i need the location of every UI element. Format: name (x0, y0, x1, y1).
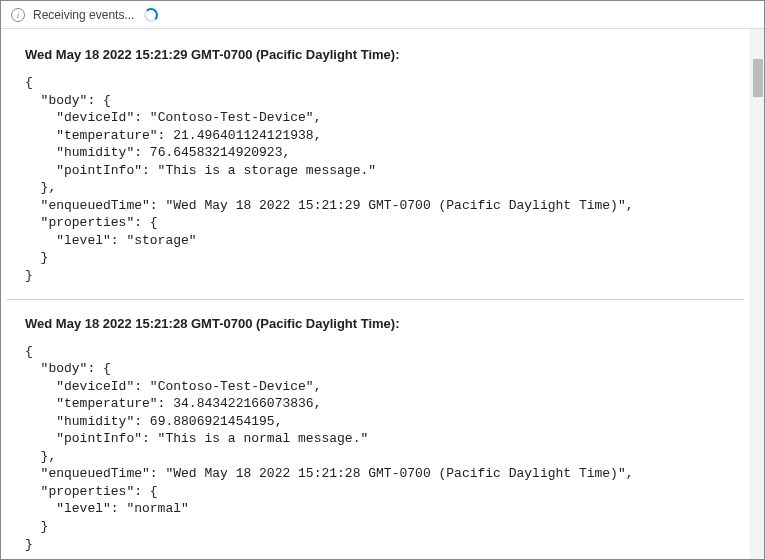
event-timestamp-header: Wed May 18 2022 15:21:28 GMT-0700 (Pacif… (25, 316, 726, 331)
payload-enqueuedtime: Wed May 18 2022 15:21:29 GMT-0700 (Pacif… (173, 198, 618, 213)
event-timestamp-header: Wed May 18 2022 15:21:29 GMT-0700 (Pacif… (25, 47, 726, 62)
payload-deviceid: Contoso-Test-Device (158, 379, 306, 394)
payload-pointinfo: This is a storage message. (165, 163, 368, 178)
event-payload: { "body": { "deviceId": "Contoso-Test-De… (25, 343, 726, 554)
payload-humidity: 69.8806921454195 (150, 414, 275, 429)
info-icon: i (11, 8, 25, 22)
vertical-scrollbar[interactable] (750, 29, 764, 559)
payload-pointinfo: This is a normal message. (165, 431, 360, 446)
payload-temperature: 21.496401124121938 (173, 128, 313, 143)
payload-level: normal (134, 501, 181, 516)
payload-humidity: 76.64583214920923 (150, 145, 283, 160)
content-body: Wed May 18 2022 15:21:29 GMT-0700 (Pacif… (1, 29, 764, 559)
payload-deviceid: Contoso-Test-Device (158, 110, 306, 125)
event-payload: { "body": { "deviceId": "Contoso-Test-De… (25, 74, 726, 285)
payload-enqueuedtime: Wed May 18 2022 15:21:28 GMT-0700 (Pacif… (173, 466, 618, 481)
payload-temperature: 34.843422166073836 (173, 396, 313, 411)
loading-spinner-icon (144, 8, 158, 22)
payload-level: storage (134, 233, 189, 248)
event-timestamp: Wed May 18 2022 15:21:29 GMT-0700 (Pacif… (25, 47, 395, 62)
event-item: Wed May 18 2022 15:21:29 GMT-0700 (Pacif… (7, 41, 744, 300)
scrollbar-thumb[interactable] (753, 59, 763, 97)
event-monitor-window: i Receiving events... Wed May 18 2022 15… (0, 0, 765, 560)
status-text: Receiving events... (33, 8, 134, 22)
event-item: Wed May 18 2022 15:21:28 GMT-0700 (Pacif… (7, 310, 744, 559)
event-timestamp: Wed May 18 2022 15:21:28 GMT-0700 (Pacif… (25, 316, 395, 331)
status-bar: i Receiving events... (1, 1, 764, 29)
event-list: Wed May 18 2022 15:21:29 GMT-0700 (Pacif… (1, 29, 750, 559)
